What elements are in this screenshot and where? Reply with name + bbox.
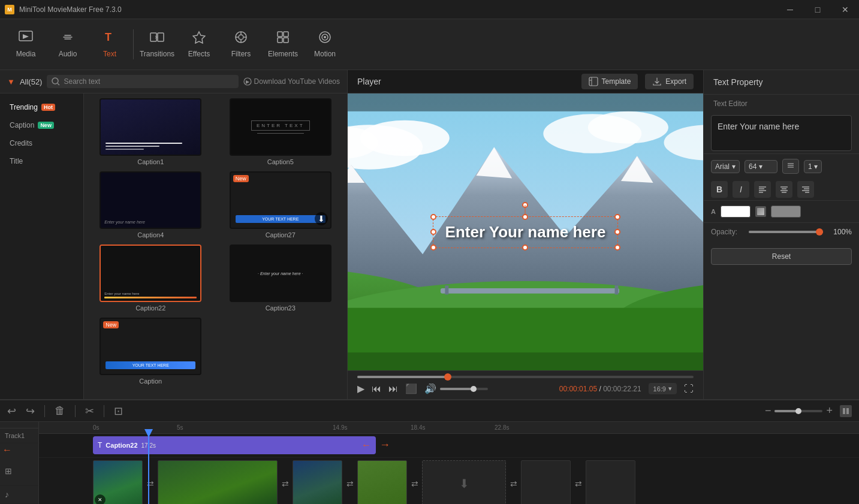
video-thumb-track: ✕ ⇄ ⇄ ⇄ ⇄ xyxy=(93,460,635,504)
align-right-button[interactable] xyxy=(797,181,814,198)
toolbar-effects[interactable]: Effects xyxy=(178,22,220,67)
export-button[interactable]: Export xyxy=(645,74,694,89)
ctrl-tl[interactable] xyxy=(430,214,436,220)
toolbar-filters[interactable]: Filters xyxy=(220,22,262,67)
template-caption5[interactable]: ENTER TEXT Caption5 xyxy=(219,98,343,165)
template-caption-extra[interactable]: New YOUR TEXT HERE Caption xyxy=(89,318,213,385)
italic-button[interactable]: I xyxy=(733,181,749,198)
zoom-slider[interactable] xyxy=(774,410,822,412)
transition-1[interactable]: ⇄ xyxy=(143,460,158,504)
zoom-plus-button[interactable]: + xyxy=(826,405,833,417)
zoom-minus-button[interactable]: − xyxy=(765,405,771,417)
template-button[interactable]: Template xyxy=(581,74,638,89)
toolbar-elements[interactable]: Elements xyxy=(262,22,304,67)
ruler-18s: 18.4s xyxy=(411,424,425,431)
opacity-slider[interactable] xyxy=(749,231,823,233)
caption-clip[interactable]: T Caption22 17.2s ← xyxy=(93,436,376,454)
download-youtube-button[interactable]: ▶ Download YouTube Videos xyxy=(243,77,340,86)
transition-3[interactable]: ⇄ xyxy=(342,460,357,504)
template-caption4[interactable]: Enter your name here Caption4 xyxy=(89,171,213,239)
toolbar-media[interactable]: Media xyxy=(5,22,47,67)
reset-button[interactable]: Reset xyxy=(711,248,852,265)
color-row: A xyxy=(704,200,859,222)
play-button[interactable]: ▶ xyxy=(357,383,364,394)
video-thumb-1[interactable]: ✕ xyxy=(93,460,143,504)
zoom-thumb[interactable] xyxy=(795,408,801,414)
progress-fill xyxy=(357,376,448,378)
caption-selection-box[interactable]: Enter Your name here xyxy=(433,216,619,248)
fullscreen-button[interactable]: ⛶ xyxy=(684,384,694,394)
time-display: 00:00:01.05 / 00:00:22.21 xyxy=(559,385,641,393)
undo-button[interactable]: ↩ xyxy=(7,405,16,418)
text-editor-input[interactable]: Enter Your name here xyxy=(711,115,852,151)
list-style-button[interactable] xyxy=(782,159,799,174)
font-chevron: ▾ xyxy=(732,162,736,171)
thumb1-delete-badge[interactable]: ✕ xyxy=(95,494,106,504)
maximize-button[interactable]: □ xyxy=(804,0,831,19)
align-left-button[interactable] xyxy=(754,181,771,198)
progress-thumb[interactable] xyxy=(444,373,451,381)
video-thumb-3[interactable] xyxy=(293,460,342,504)
template-caption27[interactable]: New YOUR TEXT HERE ⬇ Caption27 xyxy=(219,171,343,239)
color-picker-button[interactable] xyxy=(755,206,766,217)
close-button[interactable]: ✕ xyxy=(831,0,859,19)
stop-button[interactable]: ⬛ xyxy=(405,383,417,394)
transition-5[interactable]: ⇄ xyxy=(506,460,521,504)
ctrl-br[interactable] xyxy=(614,245,620,251)
minimize-button[interactable]: ─ xyxy=(776,0,804,19)
template-caption22[interactable]: Enter your name here Caption22 xyxy=(89,245,213,312)
cat-credits[interactable]: Credits xyxy=(0,134,83,152)
list-number-selector[interactable]: 1 ▾ xyxy=(804,160,822,173)
template-caption1[interactable]: Caption1 xyxy=(89,98,213,165)
cut-button[interactable]: ✂ xyxy=(85,405,94,418)
volume-icon[interactable]: 🔊 xyxy=(424,383,436,394)
toolbar-transitions[interactable]: Transitions xyxy=(136,22,178,67)
next-button[interactable]: ⏭ xyxy=(388,384,398,394)
video-thumb-4[interactable] xyxy=(357,460,407,504)
caption27-download-badge[interactable]: ⬇ xyxy=(315,212,328,225)
download-icon: ▶ xyxy=(243,77,252,86)
timeline-toolbar: ↩ ↪ 🗑 ✂ ⊡ − + xyxy=(0,400,859,422)
ctrl-left[interactable] xyxy=(430,229,436,235)
ctrl-bl[interactable] xyxy=(430,245,436,251)
volume-thumb[interactable] xyxy=(471,386,477,392)
redo-button[interactable]: ↪ xyxy=(26,405,35,418)
ctrl-bottom[interactable] xyxy=(522,245,528,251)
video-thumb-2[interactable] xyxy=(158,460,278,504)
toolbar-text[interactable]: T Text xyxy=(89,22,131,67)
player-controls: ▶ ⏮ ⏭ ⬛ 🔊 00:00:01.05 / 00:00:22.21 xyxy=(348,370,703,399)
align-center-button[interactable] xyxy=(776,181,792,198)
transition-6[interactable]: ⇄ xyxy=(571,460,586,504)
effects-label: Effects xyxy=(188,50,210,58)
bold-button[interactable]: B xyxy=(711,181,728,198)
template-caption23[interactable]: · Enter your name here · Caption23 xyxy=(219,245,343,312)
delete-button[interactable]: 🗑 xyxy=(55,405,65,417)
ruler-14s: 14.9s xyxy=(333,424,347,431)
transition-2[interactable]: ⇄ xyxy=(278,460,293,504)
cat-caption[interactable]: Caption New xyxy=(0,116,83,134)
template-caption23-thumb: · Enter your name here · xyxy=(230,245,331,302)
toolbar-audio[interactable]: Audio xyxy=(47,22,89,67)
prev-button[interactable]: ⏮ xyxy=(372,384,381,394)
panel-collapse-button[interactable] xyxy=(840,405,852,417)
outline-color-swatch[interactable] xyxy=(771,206,801,218)
ctrl-top[interactable] xyxy=(522,214,528,220)
svg-rect-62 xyxy=(843,408,845,414)
opacity-thumb[interactable] xyxy=(816,228,823,236)
font-size-selector[interactable]: 64 ▾ xyxy=(745,160,777,173)
crop-button[interactable]: ⊡ xyxy=(114,405,123,418)
aspect-ratio-selector[interactable]: 16:9 ▾ xyxy=(649,383,677,394)
search-bar[interactable]: Search text xyxy=(47,75,238,88)
transition-4[interactable]: ⇄ xyxy=(407,460,422,504)
font-selector[interactable]: Arial ▾ xyxy=(711,160,740,173)
ctrl-right[interactable] xyxy=(614,229,620,235)
cat-trending[interactable]: Trending Hot xyxy=(0,98,83,116)
all-toggle[interactable]: ▼ xyxy=(7,77,15,86)
volume-bar[interactable] xyxy=(440,388,488,390)
ctrl-tr[interactable] xyxy=(614,214,620,220)
toolbar-motion[interactable]: Motion xyxy=(304,22,346,67)
empty-slot-1[interactable]: ⬇ xyxy=(422,460,506,504)
cat-title[interactable]: Title xyxy=(0,152,83,170)
progress-bar[interactable] xyxy=(357,376,694,378)
text-color-swatch[interactable] xyxy=(721,206,751,218)
